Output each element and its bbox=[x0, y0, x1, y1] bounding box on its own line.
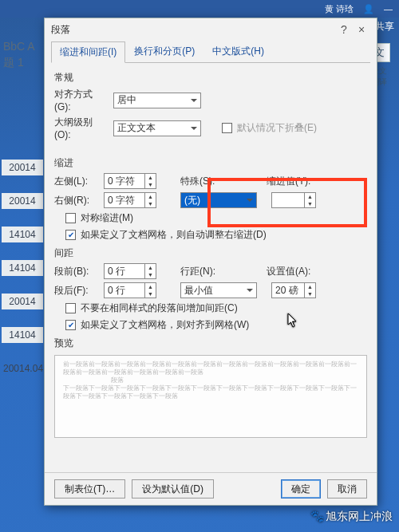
at-label: 设置值(A): bbox=[267, 265, 310, 278]
ok-button[interactable]: 确定 bbox=[281, 479, 321, 499]
bg-cell: 14104 bbox=[2, 327, 43, 343]
tab-asian-typography[interactable]: 中文版式(H) bbox=[203, 41, 273, 62]
spin-up-icon[interactable]: ▲ bbox=[305, 193, 315, 200]
bg-cell: 14104 bbox=[2, 260, 43, 276]
auto-adjust-right-checkbox[interactable] bbox=[65, 230, 76, 240]
space-before-label: 段前(B): bbox=[54, 265, 99, 278]
spin-down-icon[interactable]: ▼ bbox=[305, 200, 315, 207]
bg-cell: 20014 bbox=[2, 160, 43, 175]
tab-line-page-breaks[interactable]: 换行和分页(P) bbox=[125, 41, 203, 62]
spin-down-icon[interactable]: ▼ bbox=[305, 290, 315, 298]
watermark: 旭东网上冲浪 bbox=[310, 510, 393, 524]
outline-label: 大纲级别(O): bbox=[54, 116, 109, 140]
preview-box: 前一段落前一段落前一段落前一段落前一段落前一段落前一段落前一段落前一段落前一段落… bbox=[54, 355, 367, 438]
user-name: 黄 诗琀 bbox=[325, 3, 354, 15]
spin-up-icon[interactable]: ▲ bbox=[305, 283, 315, 290]
space-after-spinner[interactable]: 0 行 ▲▼ bbox=[104, 282, 156, 298]
auto-adjust-right-label: 如果定义了文档网格，则自动调整右缩进(D) bbox=[81, 228, 267, 242]
mirror-indent-label: 对称缩进(M) bbox=[81, 211, 133, 225]
section-general: 常规 bbox=[45, 68, 377, 86]
cancel-button[interactable]: 取消 bbox=[327, 479, 367, 499]
line-spacing-label: 行距(N): bbox=[180, 265, 225, 278]
section-preview: 预览 bbox=[45, 333, 377, 352]
mirror-indent-checkbox[interactable] bbox=[65, 213, 76, 223]
snap-to-grid-checkbox[interactable] bbox=[65, 320, 76, 330]
section-spacing: 间距 bbox=[45, 243, 377, 262]
indent-by-spinner[interactable]: ▲▼ bbox=[271, 192, 316, 208]
no-space-same-style-checkbox[interactable] bbox=[65, 303, 76, 313]
special-indent-combo[interactable]: (无) bbox=[180, 192, 257, 208]
tab-indent-spacing[interactable]: 缩进和间距(I) bbox=[51, 41, 125, 63]
bg-cell: 20014.04 bbox=[2, 361, 43, 376]
line-spacing-combo[interactable]: 最小值 bbox=[180, 282, 257, 298]
paragraph-dialog: 段落 ? × 缩进和间距(I) 换行和分页(P) 中文版式(H) 常规 对齐方式… bbox=[44, 18, 377, 506]
bg-cell: 20014 bbox=[2, 294, 43, 309]
spin-up-icon[interactable]: ▲ bbox=[145, 264, 156, 271]
indent-by-label: 缩进值(Y): bbox=[267, 175, 310, 188]
bg-data-column: 20014 20014 14104 14104 20014 14104 2001… bbox=[2, 160, 43, 376]
spin-up-icon[interactable]: ▲ bbox=[145, 193, 156, 200]
spin-up-icon[interactable]: ▲ bbox=[145, 283, 156, 290]
set-default-button[interactable]: 设为默认值(D) bbox=[132, 479, 214, 499]
alignment-label: 对齐方式(G): bbox=[54, 88, 109, 112]
spin-down-icon[interactable]: ▼ bbox=[145, 271, 156, 278]
user-icon: 👤 bbox=[363, 4, 374, 14]
dialog-title: 段落 bbox=[51, 23, 70, 37]
no-space-same-style-label: 不要在相同样式的段落间增加间距(C) bbox=[81, 301, 238, 315]
collapse-label: 默认情况下折叠(E) bbox=[237, 121, 317, 135]
tabs-button[interactable]: 制表位(T)… bbox=[54, 479, 125, 499]
dialog-tabs: 缩进和间距(I) 换行和分页(P) 中文版式(H) bbox=[45, 41, 377, 62]
section-indent: 缩进 bbox=[45, 153, 377, 171]
snap-to-grid-label: 如果定义了文档网格，则对齐到网格(W) bbox=[81, 318, 249, 332]
collapse-checkbox[interactable] bbox=[222, 123, 232, 133]
dialog-button-bar: 制表位(T)… 设为默认值(D) 确定 取消 bbox=[45, 472, 377, 505]
indent-left-label: 左侧(L): bbox=[54, 175, 99, 188]
indent-left-spinner[interactable]: 0 字符 ▲▼ bbox=[104, 173, 156, 189]
space-after-label: 段后(F): bbox=[54, 284, 99, 298]
help-button[interactable]: ? bbox=[335, 23, 353, 36]
bg-cell: 20014 bbox=[2, 193, 43, 209]
window-min-icon[interactable]: — bbox=[384, 4, 393, 14]
cursor-icon bbox=[287, 313, 298, 328]
outline-combo[interactable]: 正文文本 bbox=[113, 120, 201, 136]
bg-cell: 14104 bbox=[2, 227, 43, 242]
app-titlebar: 黄 诗琀 👤 — bbox=[0, 0, 399, 18]
spin-down-icon[interactable]: ▼ bbox=[145, 181, 156, 188]
space-before-spinner[interactable]: 0 行 ▲▼ bbox=[104, 263, 156, 279]
spin-down-icon[interactable]: ▼ bbox=[145, 290, 156, 298]
indent-right-label: 右侧(R): bbox=[54, 194, 99, 207]
at-spinner[interactable]: 20 磅 ▲▼ bbox=[271, 282, 316, 298]
close-button[interactable]: × bbox=[353, 23, 370, 36]
special-label: 特殊(S): bbox=[180, 175, 225, 188]
indent-right-spinner[interactable]: 0 字符 ▲▼ bbox=[104, 192, 156, 208]
spin-up-icon[interactable]: ▲ bbox=[145, 174, 156, 181]
bg-style-area: BbC A 题 1 bbox=[0, 40, 36, 73]
alignment-combo[interactable]: 居中 bbox=[113, 93, 201, 108]
spin-down-icon[interactable]: ▼ bbox=[145, 200, 156, 207]
